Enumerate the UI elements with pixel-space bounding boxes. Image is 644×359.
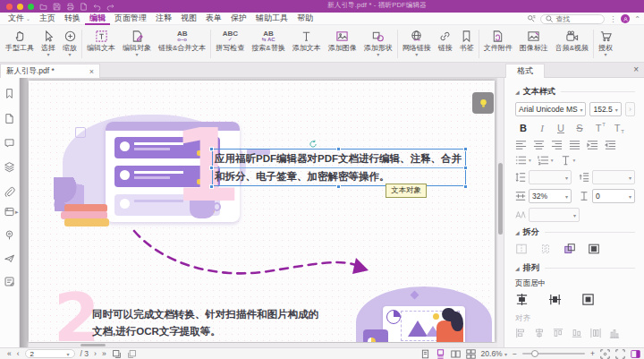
horizontal-scrollbar-thumb[interactable] [80,344,106,346]
kerning-select[interactable]: ▾ [529,208,580,222]
zoom-button[interactable]: 缩放 ▾ [59,26,80,62]
arrange-section-header[interactable]: ◢ 排列 [515,262,635,274]
zoom-level-select[interactable]: 20.6% ▾ [481,349,508,358]
menu-help[interactable]: 帮助 [292,13,318,25]
new-document-icon[interactable] [80,3,88,11]
destinations-panel-icon[interactable] [4,228,16,241]
facing-continuous-view-icon[interactable] [466,349,476,359]
pdf-page[interactable]: 1 2 应用福昕PDF编辑器对PDF文档进行编辑、注释、合并 和拆分、电子签章、… [29,81,495,342]
zoom-out-button[interactable]: − [513,349,517,358]
previous-page-button[interactable]: ‹ [17,349,20,358]
spell-check-button[interactable]: ABC✓ 拼写检查 [212,26,248,62]
document-tab[interactable]: 新人引导.pdf * × [0,64,100,78]
first-page-button[interactable]: « [7,349,12,358]
audio-video-button[interactable]: 音频&视频 [552,26,592,62]
menu-comment[interactable]: 注释 [151,13,176,25]
split-columns-icon[interactable] [539,243,552,255]
center-both-icon[interactable] [581,293,595,306]
text-object-selection[interactable] [212,149,466,186]
italic-button[interactable]: I [534,121,550,135]
selection-handle[interactable] [209,184,214,189]
add-shape-button[interactable]: 添加形状 ▾ [360,26,396,62]
close-panel-icon[interactable]: × [633,64,639,74]
center-vertically-icon[interactable] [548,293,562,306]
select-button[interactable]: 选择 ▾ [38,26,59,62]
edit-text-button[interactable]: 编辑文本 [83,26,119,62]
toggle-panel-icon[interactable] [631,349,640,359]
align-objects-bottom-icon[interactable] [572,328,582,338]
attachments-panel-icon[interactable] [4,185,16,198]
comments-panel-icon[interactable] [4,136,16,149]
bookmarks-panel-icon[interactable] [4,87,16,99]
undo-icon[interactable] [93,3,101,11]
hand-tool-button[interactable]: 手型工具 [2,26,38,62]
text-indent-icon[interactable] [560,155,572,166]
link-button[interactable]: 链接 [435,26,456,62]
selection-handle[interactable] [336,184,341,189]
rotate-handle-icon[interactable] [309,136,318,152]
format-panel-tab[interactable]: 格式 [505,64,545,78]
sidebar-expand-icon[interactable]: ▸ [15,209,19,216]
align-objects-center-icon[interactable] [534,328,545,338]
align-left-icon[interactable] [515,140,527,150]
menu-page-management[interactable]: 页面管理 [110,13,151,25]
menu-accessibility[interactable]: 辅助工具 [251,13,292,25]
paragraph-spacing-select[interactable]: ▾ [592,170,635,184]
find-options-icon[interactable] [527,14,536,23]
bullet-list-icon[interactable] [515,155,527,166]
web-link-button[interactable]: 网络链接 ▾ [399,26,435,62]
bold-button[interactable]: B [515,121,531,135]
selection-handle[interactable] [463,184,468,189]
search-replace-button[interactable]: AB⇆ AC 搜索&替换 [248,26,288,62]
selection-handle[interactable] [209,147,214,151]
split-section-header[interactable]: ◢ 拆分 [515,227,635,238]
collapse-ribbon-icon[interactable]: ⌃ [634,15,640,23]
search-box[interactable] [540,14,605,24]
image-annotation-button[interactable]: 图像标注 [516,26,552,62]
single-page-view-icon[interactable] [420,349,430,359]
line-spacing-select[interactable]: ▾ [529,170,572,184]
strikethrough-button[interactable]: S [572,121,588,135]
zoom-slider[interactable] [522,353,585,355]
form-fields-panel-icon[interactable] [4,275,16,287]
vertical-scrollbar-thumb[interactable] [498,163,503,235]
zoom-in-button[interactable]: + [590,349,595,358]
vertical-scrollbar[interactable] [497,78,504,347]
menu-form[interactable]: 表单 [201,13,226,25]
add-image-button[interactable]: 添加图像 [325,26,360,62]
zoom-slider-knob[interactable] [531,350,538,357]
add-text-button[interactable]: 添加文本 [289,26,325,62]
numbered-list-icon[interactable] [538,155,549,166]
model-tree-panel-icon[interactable] [4,252,16,264]
character-spacing-select[interactable]: 0▾ [592,189,635,203]
previous-view-icon[interactable] [112,349,122,359]
text-style-section-header[interactable]: ◢ 文本样式 [515,86,635,98]
attached-file-panel-icon[interactable] [4,205,16,218]
last-page-button[interactable]: » [102,349,106,358]
more-fonts-button[interactable]: › [625,102,635,116]
edit-object-button[interactable]: 编辑对象 ▾ [119,26,155,62]
align-objects-top-icon[interactable] [553,328,564,338]
link-join-text-button[interactable]: ABo–o 链接&合并文本 [155,26,209,62]
fullscreen-icon[interactable] [615,349,625,359]
continuous-view-icon[interactable] [436,349,445,359]
indent-increase-icon[interactable] [605,140,616,150]
superscript-button[interactable]: TT [590,121,606,135]
character-scale-select[interactable]: 32%▾ [529,189,572,203]
selection-handle[interactable] [209,166,214,170]
font-family-select[interactable]: Arial Unicode MS ▾ [515,102,586,116]
selection-handle[interactable] [463,147,468,151]
distribute-horizontally-icon[interactable] [590,328,601,338]
align-justify-icon[interactable] [569,140,580,150]
menu-protect[interactable]: 保护 [226,13,251,25]
bookmark-button[interactable]: 书签 [456,26,478,62]
frame-object-icon[interactable] [588,243,600,255]
distribute-vertically-icon[interactable] [609,328,620,338]
center-horizontally-icon[interactable] [515,293,529,306]
redo-icon[interactable] [106,3,114,11]
hint-lightbulb-button[interactable] [472,92,494,114]
save-icon[interactable] [53,3,61,11]
selection-handle[interactable] [463,166,468,170]
menu-edit[interactable]: 编辑 [85,13,110,25]
search-input[interactable] [555,15,600,23]
